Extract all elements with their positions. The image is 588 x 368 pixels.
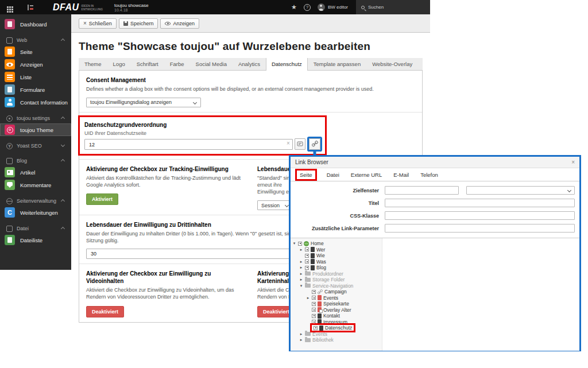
record-icon bbox=[305, 254, 309, 258]
caret-right-icon[interactable] bbox=[299, 247, 303, 252]
tree-item-datenschutz[interactable]: Datenschutz bbox=[292, 325, 382, 331]
css-class-label: CSS-Klasse bbox=[291, 213, 385, 219]
tree-item-service-navigation[interactable]: Service-Navigation bbox=[292, 283, 382, 289]
tab-analytics[interactable]: Analytics bbox=[233, 58, 266, 70]
view-button[interactable]: Anzeigen bbox=[160, 18, 199, 29]
tree-item-bibliothek[interactable]: Bibliothek bbox=[292, 337, 382, 343]
sidebar-section-datei[interactable]: Datei bbox=[0, 223, 71, 234]
tree-item-overlay-alter[interactable]: Overlay Alter bbox=[292, 307, 382, 313]
module-menu-button[interactable] bbox=[0, 0, 15, 14]
tree-item-speisekarte[interactable]: Speisekarte bbox=[292, 301, 382, 307]
clear-icon[interactable]: × bbox=[287, 141, 290, 146]
tab-template-anpassen[interactable]: Template anpassen bbox=[308, 58, 366, 70]
blog-icon bbox=[6, 158, 13, 164]
modal-tab-email[interactable]: E-Mail bbox=[393, 172, 409, 178]
caret-right-icon[interactable] bbox=[299, 332, 303, 336]
form-icon bbox=[5, 84, 15, 95]
file-icon bbox=[6, 226, 13, 232]
dsgvo-uid-input[interactable] bbox=[84, 139, 293, 150]
record-icon bbox=[305, 266, 309, 270]
record-icon bbox=[312, 320, 316, 324]
dsgvo-heading: Datenschutzgrundverordnung bbox=[84, 121, 320, 129]
user-name[interactable]: BW editor bbox=[328, 5, 348, 10]
global-search[interactable]: Suchen bbox=[356, 0, 430, 14]
caret-right-icon[interactable] bbox=[306, 296, 310, 300]
consent-select[interactable]: toujou Einwilligungsdialog anzeigen bbox=[86, 98, 201, 107]
modal-tab-externe-url[interactable]: Externe URL bbox=[351, 172, 382, 178]
sidebar-item-weiterleitungen[interactable]: Weiterleitungen bbox=[0, 206, 71, 219]
user-avatar[interactable] bbox=[318, 3, 325, 11]
css-class-input[interactable] bbox=[385, 211, 575, 220]
tree-item-impressum[interactable]: Impressum bbox=[292, 319, 382, 326]
link-params-input[interactable] bbox=[385, 224, 575, 233]
modal-tab-seite[interactable]: Seite bbox=[297, 171, 315, 179]
modal-title: Link Browser bbox=[295, 159, 328, 165]
caret-right-icon[interactable] bbox=[299, 259, 303, 264]
tab-datenschutz[interactable]: Datenschutz bbox=[266, 58, 308, 71]
sidebar-section-yoast-seo[interactable]: Yoast SEO bbox=[0, 141, 71, 151]
caret-right-icon[interactable] bbox=[299, 338, 303, 342]
modal-tab-telefon[interactable]: Telefon bbox=[420, 172, 438, 178]
sidebar-item-kommentare[interactable]: Kommentare bbox=[0, 179, 71, 191]
modal-close-icon[interactable]: × bbox=[571, 159, 575, 165]
sidebar-section-toujou-settings[interactable]: toujou settings bbox=[0, 113, 71, 123]
tab-social-media[interactable]: Social Media bbox=[190, 58, 233, 70]
sidebar-section-blog[interactable]: Blog bbox=[0, 156, 71, 166]
tab-website-overlay[interactable]: Website-Overlay bbox=[366, 58, 418, 70]
tab-logo[interactable]: Logo bbox=[107, 58, 131, 70]
pagetree-toggle-icon[interactable] bbox=[28, 5, 33, 10]
sidebar-item-dashboard[interactable]: Dashboard bbox=[0, 18, 71, 30]
cookie-lifetime-select[interactable]: Session bbox=[257, 200, 293, 210]
tree-item-events-page[interactable]: Events bbox=[292, 295, 382, 301]
page-icon bbox=[319, 326, 323, 331]
sidebar-item-liste[interactable]: Liste bbox=[0, 71, 71, 83]
sidebar-section-web[interactable]: Web bbox=[0, 35, 71, 45]
tab-schriftart[interactable]: Schriftart bbox=[131, 58, 164, 70]
help-icon[interactable]: ? bbox=[304, 4, 311, 11]
tree-item-events-folder[interactable]: Events bbox=[292, 331, 382, 338]
page-title: Theme "Showcase toujou" auf Wurzelebene … bbox=[79, 40, 430, 53]
records-icon bbox=[297, 141, 303, 147]
sidebar-item-artikel[interactable]: Artikel bbox=[0, 166, 71, 179]
modal-tab-datei[interactable]: Datei bbox=[327, 172, 339, 178]
caret-right-icon[interactable] bbox=[299, 265, 303, 270]
target-select[interactable] bbox=[466, 186, 575, 195]
caret-down-icon[interactable] bbox=[299, 284, 303, 288]
tree-item-kontakt[interactable]: Kontakt bbox=[292, 313, 382, 319]
datenschutz-highlight-box: Datenschutz bbox=[312, 325, 354, 331]
sidebar-item-toujou-theme[interactable]: toujou Theme bbox=[0, 123, 71, 136]
tree-item-home[interactable]: Home bbox=[292, 241, 382, 247]
redirect-icon bbox=[5, 207, 15, 218]
sidebar-item-contact-information[interactable]: Contact Information bbox=[0, 96, 71, 109]
sidebar-item-formulare[interactable]: Formulare bbox=[0, 83, 71, 96]
bookmark-star-icon[interactable]: ★ bbox=[291, 3, 297, 11]
tracking-toggle-button[interactable]: Aktiviert bbox=[86, 193, 118, 205]
close-button[interactable]: × Schließen bbox=[79, 18, 117, 29]
caret-down-icon[interactable] bbox=[292, 241, 296, 246]
caret-right-icon[interactable] bbox=[299, 277, 303, 282]
tree-item-produktordner[interactable]: Produktordner bbox=[292, 271, 382, 277]
fingerprint-icon bbox=[5, 125, 15, 135]
tab-farbe[interactable]: Farbe bbox=[164, 58, 190, 70]
page-icon bbox=[311, 259, 315, 264]
save-button[interactable]: Speichern bbox=[119, 18, 158, 29]
sidebar-item-seite[interactable]: Seite bbox=[0, 45, 71, 58]
tree-item-blog[interactable]: Blog bbox=[292, 265, 382, 271]
target-input[interactable] bbox=[385, 186, 459, 195]
tree-item-campaign[interactable]: Campaign bbox=[292, 289, 382, 295]
tree-item-was[interactable]: Was bbox=[292, 259, 382, 265]
sidebar-item-anzeigen[interactable]: Anzeigen bbox=[0, 58, 71, 71]
sidebar-section-seitenverwaltung[interactable]: Seitenverwaltung bbox=[0, 196, 71, 206]
folder-icon bbox=[305, 338, 311, 342]
tree-item-wer[interactable]: Wer bbox=[292, 247, 382, 253]
tree-item-storage-folder[interactable]: Storage Folder bbox=[292, 277, 382, 283]
caret-right-icon[interactable] bbox=[299, 272, 303, 276]
sidebar-item-dateiliste[interactable]: Dateiliste bbox=[0, 234, 71, 246]
video-toggle-button[interactable]: Deaktiviert bbox=[86, 306, 124, 317]
tab-theme[interactable]: Theme bbox=[79, 58, 107, 70]
title-input[interactable] bbox=[385, 199, 575, 207]
browse-records-button[interactable] bbox=[295, 138, 306, 150]
link-browser-button[interactable] bbox=[309, 138, 320, 150]
col-video-consent: Aktivierung der Checkbox zur Einwilligun… bbox=[79, 264, 254, 321]
tree-item-wie[interactable]: Wie bbox=[292, 253, 382, 259]
